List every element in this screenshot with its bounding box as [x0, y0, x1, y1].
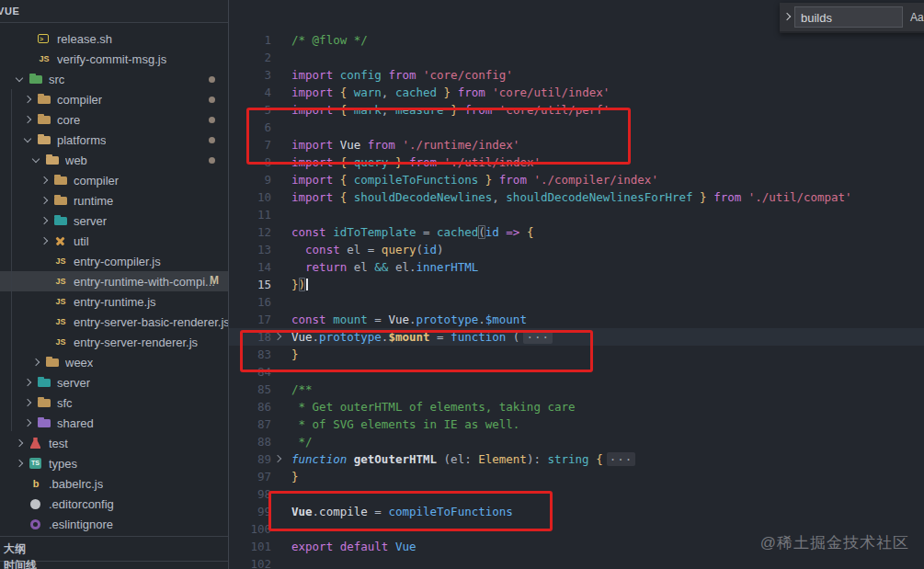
chevron-right-icon[interactable] — [38, 214, 51, 227]
tree-item-platforms[interactable]: platforms — [0, 130, 228, 150]
chevron-right-icon[interactable] — [21, 376, 34, 389]
code-line-16[interactable]: 16 — [229, 293, 924, 311]
line-number: 86 — [229, 398, 271, 415]
js-file-icon: JS — [53, 294, 68, 309]
chevron-down-icon[interactable] — [13, 73, 26, 85]
tree-item-shared[interactable]: shared — [0, 413, 228, 433]
tree-item-entry-server-renderer-js[interactable]: JSentry-server-renderer.js — [0, 332, 228, 352]
tree-item-weex[interactable]: weex — [0, 352, 228, 372]
code-line-83[interactable]: 83} — [229, 346, 924, 363]
tree-item-web[interactable]: web — [0, 150, 228, 170]
tree-item-core[interactable]: core — [0, 109, 228, 130]
code-line-86[interactable]: 86 * Get outerHTML of elements, taking c… — [229, 398, 924, 415]
code-line-14[interactable]: 14 return el && el.innerHTML — [229, 258, 924, 276]
chevron-right-icon[interactable] — [21, 396, 34, 409]
chevron-down-icon[interactable] — [21, 133, 34, 146]
tree-item-runtime[interactable]: runtime — [0, 190, 228, 211]
js-file-icon: JS — [53, 254, 68, 268]
fold-gutter — [271, 381, 291, 398]
fold-gutter — [271, 398, 291, 415]
chevron-right-icon[interactable] — [21, 113, 34, 126]
js-file-icon: JS — [53, 274, 68, 289]
tree-item-entry-runtime-with-compi[interactable]: JSentry-runtime-with-compi...M — [0, 271, 228, 291]
tree-item-entry-compiler-js[interactable]: JSentry-compiler.js — [0, 251, 228, 271]
code-line-102[interactable]: 102 — [229, 555, 924, 569]
code-line-3[interactable]: 3import config from 'core/config' — [229, 66, 924, 84]
chevron-right-icon[interactable] — [21, 93, 34, 106]
tree-item-compiler[interactable]: compiler — [0, 170, 228, 190]
timeline-section-header[interactable]: 时间线 — [0, 561, 228, 569]
code-line-87[interactable]: 87 * of SVG elements in IE as well. — [229, 415, 924, 433]
fold-gutter — [271, 84, 291, 101]
tree-item-src[interactable]: src — [0, 69, 228, 89]
fold-gutter — [271, 101, 291, 119]
code-line-7[interactable]: 7import Vue from './runtime/index' — [229, 136, 924, 154]
code-line-10[interactable]: 10import { shouldDecodeNewlines, shouldD… — [229, 188, 924, 206]
tree-item-entry-server-basic-renderer-js[interactable]: JSentry-server-basic-renderer.js — [0, 312, 228, 332]
explorer-section-header[interactable]: VUE — [0, 0, 228, 23]
tree-item-entry-runtime-js[interactable]: JSentry-runtime.js — [0, 291, 228, 312]
tree-item-editorconfig[interactable]: .editorconfig — [0, 494, 228, 514]
chevron-right-icon[interactable] — [38, 194, 51, 207]
code-line-5[interactable]: 5import { mark, measure } from 'core/uti… — [229, 101, 924, 119]
chevron-right-icon[interactable] — [21, 416, 34, 429]
tree-item-label: platforms — [57, 133, 106, 147]
code-line-9[interactable]: 9import { compileToFunctions } from './c… — [229, 171, 924, 188]
code-line-98[interactable]: 98 — [229, 485, 924, 503]
tree-item-eslintignore[interactable]: .eslintignore — [0, 514, 228, 534]
src-folder-icon — [29, 72, 43, 86]
tree-item-label: server — [57, 376, 90, 390]
tree-item-release-sh[interactable]: >release.sh — [0, 28, 228, 49]
tree-item-util[interactable]: util — [0, 231, 228, 251]
chevron-down-icon[interactable] — [29, 154, 42, 166]
code-line-11[interactable]: 11 — [229, 206, 924, 223]
chevron-right-icon[interactable] — [38, 174, 51, 187]
fold-chevron-icon[interactable] — [274, 333, 282, 341]
code-editor[interactable]: 1/* @flow */23import config from 'core/c… — [229, 0, 924, 569]
tree-item-label: compiler — [74, 174, 119, 188]
code-line-88[interactable]: 88 */ — [229, 433, 924, 450]
code-line-2[interactable]: 2 — [229, 49, 924, 66]
fold-gutter — [271, 328, 291, 346]
chevron-right-icon[interactable] — [38, 234, 51, 247]
code-line-17[interactable]: 17const mount = Vue.prototype.$mount — [229, 311, 924, 328]
match-case-icon[interactable]: Aa — [910, 11, 924, 24]
babel-icon: b — [29, 476, 43, 491]
code-line-1[interactable]: 1/* @flow */ — [229, 31, 924, 49]
code-line-13[interactable]: 13 const el = query(id) — [229, 241, 924, 258]
fold-gutter — [271, 223, 291, 241]
code-line-4[interactable]: 4import { warn, cached } from 'core/util… — [229, 84, 924, 101]
tree-item-types[interactable]: TStypes — [0, 453, 228, 473]
tree-item-sfc[interactable]: sfc — [0, 393, 228, 413]
tree-item-babelrc-js[interactable]: b.babelrc.js — [0, 473, 228, 494]
code-line-84[interactable]: 84 — [229, 363, 924, 381]
code-line-6[interactable]: 6 — [229, 119, 924, 136]
explorer-sidebar: >release-weex.sh>release.shJSverify-comm… — [0, 0, 229, 569]
tree-item-verify-commit-msg-js[interactable]: JSverify-commit-msg.js — [0, 49, 228, 69]
fold-gutter — [271, 520, 291, 538]
tree-item-test[interactable]: test — [0, 433, 228, 453]
code-line-85[interactable]: 85/** — [229, 381, 924, 398]
chevron-right-icon[interactable] — [29, 356, 42, 369]
find-expand-toggle-icon[interactable] — [780, 10, 794, 25]
fold-chevron-icon[interactable] — [274, 455, 282, 463]
code-line-99[interactable]: 99Vue.compile = compileToFunctions — [229, 503, 924, 520]
code-text: import Vue from './runtime/index' — [291, 136, 519, 154]
tree-item-server[interactable]: server — [0, 211, 228, 231]
code-line-12[interactable]: 12const idToTemplate = cached(id => { — [229, 223, 924, 241]
code-lines: 1/* @flow */23import config from 'core/c… — [229, 31, 924, 569]
code-line-18[interactable]: 18Vue.prototype.$mount = function (··· — [229, 328, 924, 346]
code-text: } — [291, 346, 299, 363]
chevron-right-icon[interactable] — [13, 457, 26, 470]
find-input[interactable]: builds — [794, 6, 903, 28]
tree-item-compiler[interactable]: compiler — [0, 89, 228, 109]
code-line-15[interactable]: 15}) — [229, 276, 924, 293]
tree-item-server[interactable]: server — [0, 372, 228, 393]
chevron-right-icon[interactable] — [13, 437, 26, 450]
fold-gutter — [271, 415, 291, 433]
code-line-89[interactable]: 89function getOuterHTML (el: Element): s… — [229, 450, 924, 468]
code-line-97[interactable]: 97} — [229, 468, 924, 485]
line-number: 6 — [229, 119, 271, 136]
fold-gutter — [271, 206, 291, 223]
code-line-8[interactable]: 8import { query } from './util/index' — [229, 154, 924, 171]
